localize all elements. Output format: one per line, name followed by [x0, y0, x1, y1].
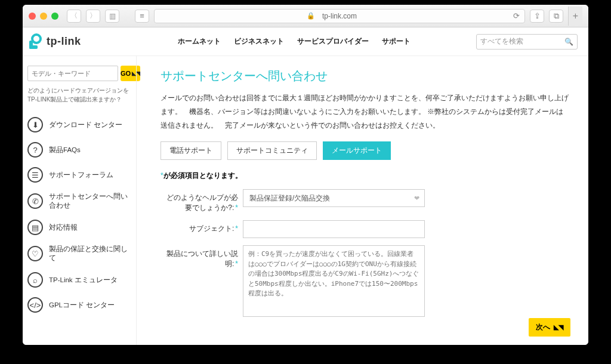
share-button[interactable]: ⇪: [530, 10, 544, 23]
required-note: *が必須項目となります。: [161, 171, 570, 181]
page: tp-link ホームネット ビジネスネット サービスプロバイダー サポート す…: [23, 27, 588, 345]
sidebar-toggle-button[interactable]: ▥: [105, 10, 119, 23]
sidebar-note: どのようにハードウェアバージョンをTP-LINK製品上で確認出来ますか？: [27, 86, 131, 104]
code-icon: </>: [27, 297, 43, 313]
intro-text: メールでのお問い合わせは回答までに最大１週間ほどお時間がかかりますことを、何卒ご…: [161, 91, 570, 132]
search-placeholder: すべてを検索: [480, 36, 523, 47]
sidebar: GO ◣◥ どのようにハードウェアバージョンをTP-LINK製品上で確認出来ます…: [23, 56, 136, 345]
sidebar-item-label: 製品FAQs: [49, 146, 81, 155]
sidebar-item-label: サポートフォーラム: [49, 171, 113, 180]
search-icon: 🔍: [564, 38, 573, 46]
back-button[interactable]: 〈: [67, 10, 81, 23]
sidebar-item-emulator[interactable]: ⌕TP-Link エミュレータ: [27, 267, 131, 292]
new-tab-button[interactable]: +: [568, 7, 582, 26]
go-button-label: GO: [121, 70, 131, 77]
main-content: サポートセンターへ問い合わせ メールでのお問い合わせは回答までに最大１週間ほどお…: [136, 56, 588, 345]
close-window-button[interactable]: [29, 13, 36, 20]
model-keyword-input[interactable]: [27, 66, 118, 81]
sidebar-item-warranty[interactable]: ♡製品の保証と交換に関して: [27, 240, 131, 267]
reload-icon[interactable]: ⟳: [513, 11, 520, 20]
field-help-type: どのようなヘルプが必要でしょうか?:* 製品保証登録/欠陥品交換 ❤: [161, 189, 570, 213]
logo-text: tp-link: [47, 35, 81, 48]
tab-community[interactable]: サポートコミュニティ: [227, 141, 317, 160]
support-nav: ⬇ダウンロード センター ?製品FAQs ☰サポートフォーラム ✆サポートセンタ…: [27, 112, 131, 317]
question-icon: ?: [27, 142, 43, 158]
chat-icon: ☰: [27, 167, 43, 183]
titlebar: 〈 〉 ▥ ≡ 🔒 tp-link.com ⟳ ⇪ ⧉ +: [23, 5, 588, 27]
sidebar-item-download[interactable]: ⬇ダウンロード センター: [27, 112, 131, 137]
subject-input[interactable]: [243, 220, 425, 238]
page-title: サポートセンターへ問い合わせ: [161, 68, 570, 84]
logo-icon: [27, 33, 43, 50]
next-button-label: 次へ: [536, 322, 550, 332]
help-type-select[interactable]: 製品保証登録/欠陥品交換 ❤: [243, 189, 425, 207]
sidebar-item-contact[interactable]: ✆サポートセンターへ問い合わせ: [27, 187, 131, 215]
next-button[interactable]: 次へ ◣◥: [529, 318, 570, 337]
phone-icon: ✆: [27, 193, 43, 209]
field-detail: 製品について詳しい説明:*: [161, 245, 570, 319]
required-star: *: [235, 224, 238, 233]
shield-icon: ♡: [27, 246, 43, 261]
nav-business-net[interactable]: ビジネスネット: [234, 36, 284, 47]
minimize-window-button[interactable]: [40, 13, 47, 20]
required-star: *: [235, 260, 238, 268]
detail-label-text: 製品について詳しい説明:: [166, 249, 238, 268]
site-search[interactable]: すべてを検索 🔍: [476, 34, 578, 50]
help-type-label-text: どのようなヘルプが必要でしょうか?:: [166, 193, 238, 212]
tabs-button[interactable]: ⧉: [549, 10, 563, 23]
model-search-row: GO ◣◥: [27, 66, 131, 81]
reader-button[interactable]: ≡: [135, 10, 149, 23]
sidebar-item-faq[interactable]: ?製品FAQs: [27, 137, 131, 162]
logo[interactable]: tp-link: [23, 33, 112, 50]
main-menu: ホームネット ビジネスネット サービスプロバイダー サポート: [112, 36, 476, 47]
tab-mail[interactable]: メールサポート: [323, 141, 391, 160]
help-type-value: 製品保証登録/欠陥品交換: [249, 193, 330, 203]
required-star: *: [235, 203, 238, 212]
help-type-label: どのようなヘルプが必要でしょうか?:*: [161, 189, 238, 213]
address-url: tp-link.com: [322, 12, 357, 20]
sidebar-item-gpl[interactable]: </>GPLコード センター: [27, 292, 131, 317]
address-bar[interactable]: 🔒 tp-link.com ⟳: [154, 9, 525, 23]
window-controls: [29, 13, 58, 20]
sidebar-item-label: GPLコード センター: [49, 301, 115, 310]
subject-label-text: サブジェクト:: [189, 224, 234, 233]
sidebar-item-label: 対応情報: [49, 223, 78, 232]
sidebar-item-label: サポートセンターへ問い合わせ: [49, 192, 131, 210]
sidebar-item-forum[interactable]: ☰サポートフォーラム: [27, 162, 131, 187]
detail-label: 製品について詳しい説明:*: [161, 245, 238, 269]
nav-service-provider[interactable]: サービスプロバイダー: [297, 36, 369, 47]
search-icon: ⌕: [27, 272, 43, 288]
forward-button[interactable]: 〉: [86, 10, 100, 23]
svg-rect-2: [29, 45, 38, 49]
sidebar-item-label: 製品の保証と交換に関して: [49, 245, 131, 263]
site-header: tp-link ホームネット ビジネスネット サービスプロバイダー サポート す…: [23, 27, 588, 56]
download-icon: ⬇: [27, 117, 43, 132]
sidebar-item-label: TP-Link エミュレータ: [49, 276, 118, 285]
nav-home-net[interactable]: ホームネット: [178, 36, 221, 47]
page-body: GO ◣◥ どのようにハードウェアバージョンをTP-LINK製品上で確認出来ます…: [23, 56, 588, 345]
doc-icon: ▤: [27, 220, 43, 235]
tab-phone[interactable]: 電話サポート: [161, 141, 221, 160]
subject-label: サブジェクト:*: [161, 220, 238, 234]
field-subject: サブジェクト:*: [161, 220, 570, 238]
browser-window: 〈 〉 ▥ ≡ 🔒 tp-link.com ⟳ ⇪ ⧉ + tp-link: [23, 5, 588, 345]
detail-textarea[interactable]: [243, 245, 425, 317]
sidebar-item-label: ダウンロード センター: [49, 121, 122, 129]
svg-point-0: [32, 35, 41, 43]
contact-tabs: 電話サポート サポートコミュニティ メールサポート: [161, 141, 570, 160]
nav-support[interactable]: サポート: [382, 36, 411, 47]
next-arrow-icon: ◣◥: [554, 323, 563, 331]
sidebar-item-compat[interactable]: ▤対応情報: [27, 215, 131, 240]
zoom-window-button[interactable]: [51, 13, 58, 20]
required-note-text: が必須項目となります。: [163, 171, 242, 180]
lock-icon: 🔒: [307, 12, 315, 20]
chevron-down-icon: ❤: [414, 195, 419, 202]
